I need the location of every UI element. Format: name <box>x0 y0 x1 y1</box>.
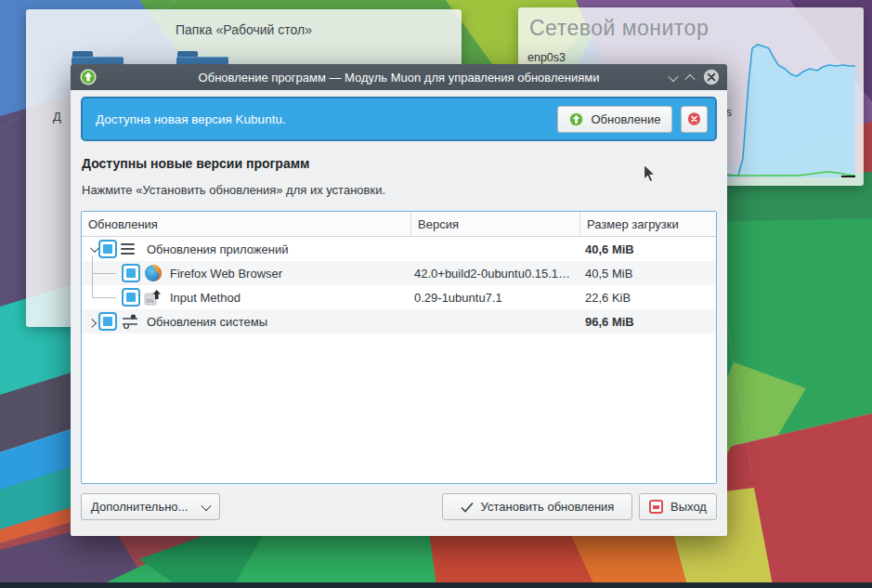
row-size: 96,6 MiB <box>579 315 716 329</box>
chevron-down-icon <box>201 500 211 510</box>
row-label: Input Method <box>170 291 241 305</box>
row-label: Обновления приложений <box>147 242 288 256</box>
table-row-firefox[interactable]: Firefox Web Browser 42.0+build2-0ubuntu0… <box>82 261 716 285</box>
row-size: 40,5 MiB <box>579 267 716 281</box>
table-row-system-updates[interactable]: Обновления системы 96,6 MiB <box>82 309 716 333</box>
row-checkbox[interactable] <box>122 288 140 307</box>
app-update-icon <box>80 69 97 85</box>
upgrade-button[interactable]: Обновление <box>557 106 672 133</box>
page-heading: Доступны новые версии программ <box>82 156 716 171</box>
folder-view-title: Папка «Рабочий стол» <box>26 22 462 37</box>
close-button[interactable] <box>703 69 720 85</box>
exit-icon <box>649 500 663 514</box>
window-content: Доступна новая версия Kubuntu. Обновлени… <box>71 90 727 536</box>
table-row-app-updates[interactable]: Обновления приложений 40,6 MiB <box>82 237 716 261</box>
input-method-icon: FN <box>144 288 163 307</box>
banner-close-icon <box>687 111 701 127</box>
quit-button[interactable]: Выход <box>639 493 717 520</box>
maximize-button[interactable] <box>686 71 694 85</box>
column-header-updates[interactable]: Обновления <box>82 217 410 231</box>
row-size: 40,6 MiB <box>579 242 716 256</box>
muon-update-window: Обновление программ — Модуль Muon для уп… <box>71 64 727 536</box>
firefox-icon <box>144 264 163 282</box>
minimize-button[interactable] <box>670 71 677 85</box>
window-title: Обновление программ — Модуль Muon для уп… <box>71 71 727 85</box>
banner-close-button[interactable] <box>681 106 708 133</box>
row-checkbox[interactable] <box>98 240 117 258</box>
upgrade-icon <box>568 111 584 127</box>
column-header-version[interactable]: Версия <box>410 212 579 237</box>
install-updates-button[interactable]: Установить обновления <box>442 493 632 520</box>
svg-text:FN: FN <box>147 298 153 304</box>
expand-expander-icon[interactable] <box>87 309 98 333</box>
desktop: Папка «Рабочий стол» Д Сетевой монитор e… <box>0 0 872 588</box>
quit-button-label: Выход <box>670 500 707 514</box>
advanced-button-label: Дополнительно... <box>91 500 188 514</box>
table-header[interactable]: Обновления Версия Размер загрузки <box>82 212 716 237</box>
upgrade-button-label: Обновление <box>591 112 660 126</box>
network-interface-label: enp0s3 <box>527 51 566 64</box>
row-label: Обновления системы <box>147 315 267 329</box>
install-button-label: Установить обновления <box>481 500 615 514</box>
collapse-expander-icon[interactable] <box>87 237 98 261</box>
row-label: Firefox Web Browser <box>170 267 282 281</box>
footer-bar: Дополнительно... Установить обновления В… <box>81 493 717 520</box>
banner-text: Доступна новая версия Kubuntu. <box>96 112 557 126</box>
row-version: 0.29-1ubuntu7.1 <box>410 291 579 305</box>
folder-icon-label-partial: Д <box>53 110 61 124</box>
update-available-banner: Доступна новая версия Kubuntu. Обновлени… <box>81 97 717 141</box>
titlebar[interactable]: Обновление программ — Модуль Muon для уп… <box>71 64 727 90</box>
checkmark-icon <box>461 502 474 513</box>
system-settings-icon <box>121 312 139 331</box>
table-row-input-method[interactable]: FN Input Method 0.29-1ubuntu7.1 22,6 KiB <box>82 285 716 309</box>
applications-icon <box>121 240 139 258</box>
taskbar-panel-edge[interactable] <box>0 582 872 588</box>
row-size: 22,6 KiB <box>579 291 716 305</box>
column-header-size[interactable]: Размер загрузки <box>579 212 716 237</box>
row-version: 42.0+build2-0ubuntu0.15.1… <box>410 267 579 281</box>
row-checkbox[interactable] <box>98 312 117 331</box>
advanced-dropdown-button[interactable]: Дополнительно... <box>81 493 220 520</box>
instruction-text: Нажмите «Установить обновления» для их у… <box>82 183 716 197</box>
updates-table: Обновления Версия Размер загрузки Обновл… <box>81 211 717 484</box>
row-checkbox[interactable] <box>122 264 140 282</box>
